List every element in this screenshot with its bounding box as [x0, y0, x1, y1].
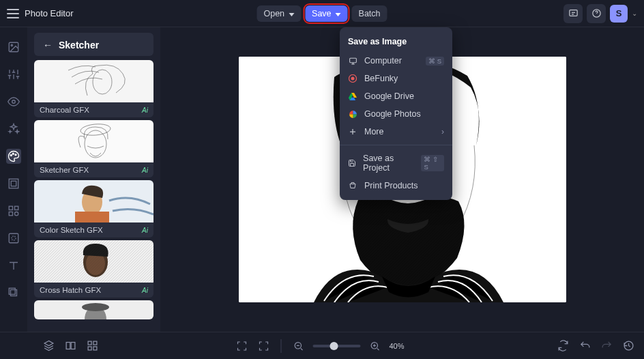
svg-rect-40	[71, 343, 75, 349]
menu-label: Computer	[364, 56, 402, 66]
svg-rect-39	[66, 343, 70, 349]
gphotos-icon	[348, 109, 357, 119]
effect-name: Color Sketch GFX	[40, 226, 103, 234]
graphics-icon[interactable]	[6, 203, 21, 218]
effects-sidebar: ← Sketcher Charcoal GFX Ai Sketche	[27, 27, 160, 332]
help-icon[interactable]	[587, 4, 606, 23]
open-label: Open	[263, 9, 284, 18]
frame-icon[interactable]	[6, 176, 21, 191]
account-chevron-icon[interactable]: ⌄	[632, 10, 637, 17]
svg-point-7	[12, 100, 16, 104]
save-button[interactable]: Save	[305, 5, 348, 22]
effect-name: Sketcher GFX	[40, 166, 89, 174]
svg-rect-15	[9, 212, 12, 216]
layers-stack-icon[interactable]	[41, 339, 56, 354]
effect-name: Cross Hatch GFX	[40, 286, 101, 294]
gdrive-icon	[348, 91, 357, 101]
svg-rect-42	[93, 341, 96, 345]
befunky-icon	[348, 74, 357, 83]
effect-thumb	[34, 120, 153, 162]
text-icon[interactable]	[6, 258, 21, 273]
save-more[interactable]: More ›	[340, 123, 452, 141]
ai-badge: Ai	[142, 167, 148, 174]
svg-rect-43	[88, 347, 91, 350]
chevron-down-icon	[287, 9, 294, 18]
svg-rect-2	[349, 58, 356, 63]
svg-rect-41	[88, 341, 91, 345]
batch-button[interactable]: Batch	[352, 5, 387, 22]
history-icon[interactable]	[621, 339, 636, 354]
svg-rect-11	[9, 179, 18, 188]
compare-icon[interactable]	[63, 339, 78, 354]
effect-thumb	[34, 60, 153, 102]
svg-point-10	[15, 154, 16, 156]
app-title: Photo Editor	[25, 8, 74, 18]
avatar-letter: S	[616, 8, 622, 18]
save-google-drive[interactable]: Google Drive	[340, 87, 452, 105]
grid-view-icon[interactable]	[85, 339, 100, 354]
svg-rect-19	[11, 290, 17, 296]
zoom-slider[interactable]	[313, 345, 361, 347]
effect-cross-hatch[interactable]: Cross Hatch GFX Ai	[34, 240, 153, 298]
ai-badge: Ai	[142, 227, 148, 234]
menu-label: Save as Project	[363, 154, 414, 173]
adjustments-icon[interactable]	[6, 67, 21, 82]
effect-thumb	[34, 300, 153, 319]
fit-icon[interactable]	[257, 339, 272, 354]
effect-charcoal[interactable]: Charcoal GFX Ai	[34, 60, 153, 117]
image-tool-icon[interactable]	[6, 40, 21, 55]
menu-label: More	[364, 127, 383, 137]
menu-label: Google Photos	[364, 109, 421, 119]
avatar[interactable]: S	[610, 5, 628, 23]
save-menu-header: Save as Image	[340, 33, 452, 52]
chevron-right-icon: ›	[441, 127, 444, 137]
layers-icon[interactable]	[6, 285, 21, 300]
svg-rect-13	[9, 206, 12, 210]
svg-rect-17	[9, 233, 18, 243]
back-arrow-icon[interactable]: ←	[42, 40, 53, 51]
sync-icon[interactable]	[555, 339, 570, 354]
print-products[interactable]: Print Products	[340, 177, 452, 195]
feedback-icon[interactable]	[564, 4, 583, 23]
zoom-out-icon[interactable]	[291, 339, 306, 354]
svg-rect-32	[34, 240, 153, 283]
save-as-project[interactable]: Save as Project ⌘ ⇧ S	[340, 149, 452, 177]
save-project-icon	[348, 158, 356, 168]
save-computer[interactable]: Computer ⌘ S	[340, 52, 452, 70]
shortcut: ⌘ S	[426, 57, 444, 66]
svg-point-18	[12, 236, 16, 240]
open-button[interactable]: Open	[257, 5, 301, 22]
effect-name: Charcoal GFX	[40, 106, 89, 114]
overlay-icon[interactable]	[6, 231, 21, 246]
menu-icon[interactable]	[7, 9, 19, 18]
eye-icon[interactable]	[6, 94, 21, 109]
zoom-in-icon[interactable]	[368, 339, 383, 354]
svg-rect-28	[75, 212, 109, 222]
effect-card[interactable]	[34, 300, 153, 319]
menu-label: BeFunky	[364, 74, 398, 83]
svg-point-4	[351, 77, 355, 81]
save-google-photos[interactable]: Google Photos	[340, 105, 452, 123]
plus-icon	[348, 127, 357, 137]
undo-icon[interactable]	[577, 339, 592, 354]
svg-rect-44	[93, 347, 96, 350]
sidebar-title: Sketcher	[59, 40, 99, 51]
menu-separator	[340, 145, 452, 145]
chevron-down-icon	[334, 9, 341, 18]
effect-thumb	[34, 240, 153, 283]
print-icon	[348, 181, 357, 190]
menu-label: Print Products	[364, 181, 418, 190]
save-befunky[interactable]: BeFunky	[340, 70, 452, 87]
effect-color-sketch[interactable]: Color Sketch GFX Ai	[34, 180, 153, 238]
fullscreen-icon[interactable]	[235, 339, 250, 354]
svg-point-6	[11, 44, 12, 46]
svg-point-16	[15, 212, 18, 216]
palette-icon[interactable]	[6, 149, 21, 164]
ai-badge: Ai	[142, 106, 148, 114]
zoom-value: 40%	[390, 342, 410, 350]
separator	[281, 339, 282, 353]
effect-sketcher[interactable]: Sketcher GFX Ai	[34, 120, 153, 177]
sparkles-icon[interactable]	[6, 121, 21, 137]
redo-icon[interactable]	[599, 339, 614, 354]
save-label: Save	[312, 9, 332, 18]
